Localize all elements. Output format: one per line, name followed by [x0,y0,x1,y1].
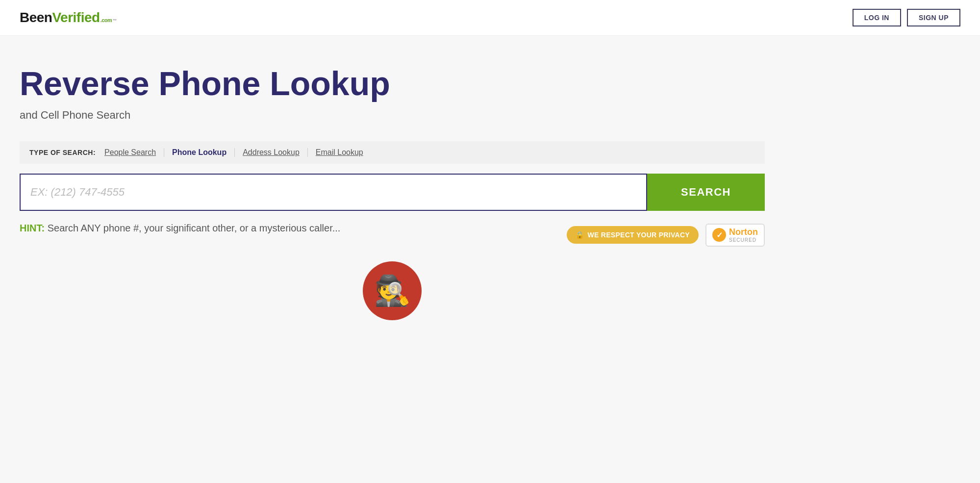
norton-badge: ✓ Norton SECURED [705,224,765,247]
phone-search-input[interactable] [21,175,646,210]
privacy-text: WE RESPECT YOUR PRIVACY [587,231,690,239]
search-row: SEARCH [20,174,765,211]
search-button[interactable]: SEARCH [647,174,765,211]
search-type-address[interactable]: Address Lookup [235,148,308,157]
lock-icon: 🔒 [576,231,584,239]
site-header: BeenVerified.com™ LOG IN SIGN UP [0,0,980,36]
logo-been: Been [20,10,52,25]
norton-secured: SECURED [729,237,758,243]
search-type-people[interactable]: People Search [104,148,164,157]
detective-icon: 🕵️ [363,261,422,320]
norton-check-icon: ✓ [712,228,726,242]
bottom-section: HINT: Search ANY phone #, your significa… [20,221,765,247]
trust-badges: 🔒 WE RESPECT YOUR PRIVACY ✓ Norton SECUR… [567,224,765,247]
main-content: Reverse Phone Lookup and Cell Phone Sear… [0,36,784,340]
search-type-label: TYPE OF SEARCH: [29,149,96,156]
search-input-wrapper [20,174,647,211]
logo-tm: ™ [112,18,117,23]
norton-name: Norton [729,228,758,237]
hint-body: Search ANY phone #, your significant oth… [48,223,341,233]
search-type-email[interactable]: Email Lookup [308,148,371,157]
page-title: Reverse Phone Lookup [20,65,765,102]
logo-dotcom: .com [101,17,112,23]
norton-text: Norton SECURED [729,228,758,243]
logo-verified: Verified [52,10,100,25]
page-subtitle: and Cell Phone Search [20,109,765,122]
search-type-bar: TYPE OF SEARCH: People Search Phone Look… [20,141,765,164]
hint-label: HINT: [20,223,45,233]
signup-button[interactable]: SIGN UP [907,9,960,26]
privacy-badge: 🔒 WE RESPECT YOUR PRIVACY [567,226,699,244]
search-type-phone[interactable]: Phone Lookup [164,148,235,157]
login-button[interactable]: LOG IN [853,9,901,26]
site-logo: BeenVerified.com™ [20,10,117,25]
hint-text: HINT: Search ANY phone #, your significa… [20,221,340,235]
detective-section: 🕵️ [20,261,765,320]
header-buttons: LOG IN SIGN UP [853,9,960,26]
search-type-options: People Search Phone Lookup Address Looku… [104,148,371,157]
